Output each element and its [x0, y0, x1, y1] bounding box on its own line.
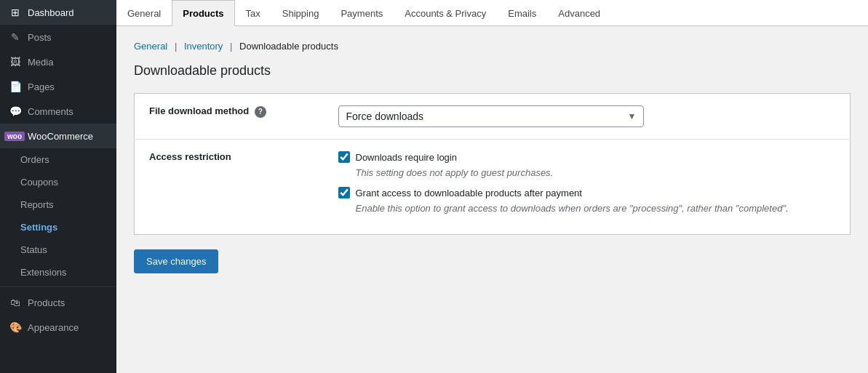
tab-shipping[interactable]: Shipping	[271, 0, 330, 26]
sidebar-item-media[interactable]: 🖼 Media	[0, 49, 116, 74]
sidebar-item-products[interactable]: 🛍 Products	[0, 290, 116, 315]
posts-icon: ✎	[9, 31, 22, 44]
content-area: General | Inventory | Downloadable produ…	[116, 26, 868, 288]
comments-icon: 💬	[9, 105, 22, 118]
downloads-require-login-help-text: This setting does not apply to guest pur…	[356, 167, 836, 178]
woo-icon: woo	[9, 129, 22, 143]
sidebar-item-label: Products	[28, 297, 65, 308]
save-changes-button[interactable]: Save changes	[134, 249, 218, 273]
sidebar-item-extensions[interactable]: Extensions	[0, 261, 116, 284]
access-restriction-label: Access restriction	[135, 140, 324, 235]
downloads-require-login-row: Downloads require login	[338, 151, 836, 163]
sidebar-item-label: Coupons	[20, 177, 58, 188]
downloads-require-login-label[interactable]: Downloads require login	[356, 152, 457, 163]
breadcrumb-separator-2: |	[230, 41, 232, 52]
breadcrumb-current: Downloadable products	[239, 41, 338, 52]
file-download-method-control: Force downloads X-Accel-Redirect/X-Sendf…	[324, 94, 851, 140]
sidebar-item-settings[interactable]: Settings	[0, 216, 116, 238]
access-restriction-row: Access restriction Downloads require log…	[135, 140, 851, 235]
tab-accounts-privacy[interactable]: Accounts & Privacy	[394, 0, 497, 26]
sidebar-item-label: Extensions	[20, 267, 67, 278]
sidebar-item-posts[interactable]: ✎ Posts	[0, 25, 116, 49]
sidebar-item-appearance[interactable]: 🎨 Appearance	[0, 315, 116, 340]
sidebar-item-orders[interactable]: Orders	[0, 148, 116, 171]
sidebar-item-label: Media	[28, 57, 53, 68]
sidebar-item-label: Reports	[20, 199, 54, 210]
tab-advanced[interactable]: Advanced	[547, 0, 611, 26]
breadcrumb: General | Inventory | Downloadable produ…	[134, 41, 851, 52]
file-download-method-help-icon[interactable]: ?	[255, 106, 266, 118]
sidebar-item-label: WooCommerce	[28, 131, 93, 142]
products-icon: 🛍	[9, 296, 22, 309]
settings-table: File download method ? Force downloads X…	[134, 93, 851, 235]
sidebar-divider	[0, 286, 116, 287]
sidebar-item-label: Settings	[20, 222, 57, 233]
sidebar-item-status[interactable]: Status	[0, 238, 116, 261]
tab-payments[interactable]: Payments	[330, 0, 394, 26]
grant-access-after-payment-help-text: Enable this option to grant access to do…	[356, 203, 836, 214]
sidebar-item-pages[interactable]: 📄 Pages	[0, 74, 116, 99]
tab-emails[interactable]: Emails	[497, 0, 547, 26]
breadcrumb-general-link[interactable]: General	[134, 41, 167, 52]
sidebar: ⊞ Dashboard ✎ Posts 🖼 Media 📄 Pages 💬 Co…	[0, 0, 116, 373]
sidebar-item-reports[interactable]: Reports	[0, 193, 116, 216]
file-download-method-label: File download method ?	[135, 94, 324, 140]
file-download-method-select-wrapper: Force downloads X-Accel-Redirect/X-Sendf…	[338, 105, 644, 127]
breadcrumb-separator-1: |	[175, 41, 177, 52]
tabs-bar: General Products Tax Shipping Payments A…	[116, 0, 868, 26]
dashboard-icon: ⊞	[9, 6, 22, 19]
file-download-method-row: File download method ? Force downloads X…	[135, 94, 851, 140]
sidebar-item-label: Pages	[28, 81, 55, 92]
file-download-method-select[interactable]: Force downloads X-Accel-Redirect/X-Sendf…	[338, 105, 644, 127]
pages-icon: 📄	[9, 80, 22, 93]
grant-access-after-payment-row: Grant access to downloadable products af…	[338, 187, 836, 198]
breadcrumb-inventory-link[interactable]: Inventory	[184, 41, 223, 52]
sidebar-item-label: Appearance	[28, 322, 79, 333]
sidebar-item-label: Dashboard	[28, 7, 74, 18]
sidebar-item-label: Status	[20, 244, 47, 255]
appearance-icon: 🎨	[9, 321, 22, 334]
sidebar-item-dashboard[interactable]: ⊞ Dashboard	[0, 0, 116, 25]
downloads-require-login-checkbox[interactable]	[338, 151, 350, 163]
main-content: General Products Tax Shipping Payments A…	[116, 0, 868, 373]
tab-products[interactable]: Products	[172, 0, 234, 26]
grant-access-after-payment-label[interactable]: Grant access to downloadable products af…	[356, 188, 582, 198]
media-icon: 🖼	[9, 55, 22, 68]
tab-general[interactable]: General	[116, 0, 172, 26]
page-title: Downloadable products	[134, 63, 851, 79]
sidebar-item-comments[interactable]: 💬 Comments	[0, 99, 116, 124]
sidebar-item-woocommerce[interactable]: woo WooCommerce	[0, 124, 116, 148]
access-restriction-control: Downloads require login This setting doe…	[324, 140, 851, 235]
tab-tax[interactable]: Tax	[235, 0, 271, 26]
sidebar-item-label: Posts	[28, 32, 52, 43]
grant-access-after-payment-checkbox[interactable]	[338, 187, 350, 198]
sidebar-item-label: Orders	[20, 154, 49, 165]
sidebar-item-coupons[interactable]: Coupons	[0, 171, 116, 193]
sidebar-item-label: Comments	[28, 106, 73, 117]
